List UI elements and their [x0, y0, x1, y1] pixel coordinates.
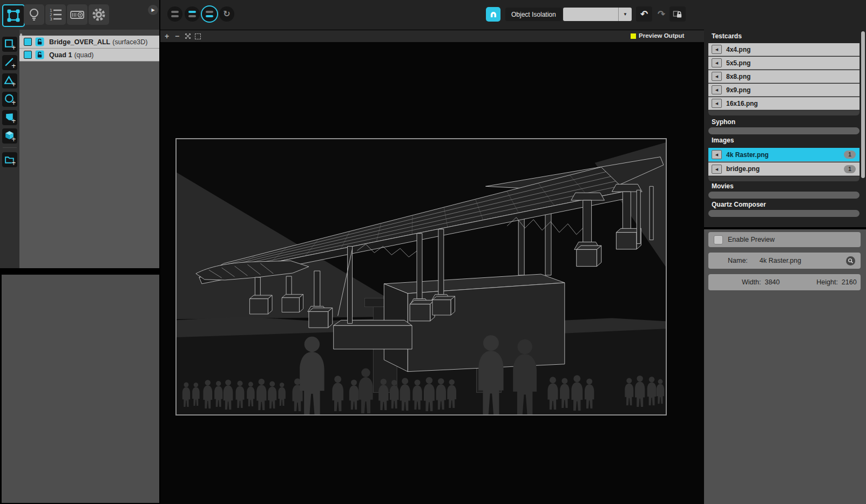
play-left-icon[interactable]: ◀	[712, 72, 722, 81]
play-left-icon[interactable]: ◀	[712, 58, 722, 67]
snap-toggle-button[interactable]	[486, 7, 500, 22]
add-group-button[interactable]: +	[2, 152, 17, 167]
gear-icon	[91, 6, 107, 23]
bar-icon	[206, 15, 213, 17]
add-3d-object-button[interactable]: +	[2, 128, 17, 144]
add-ellipse-button[interactable]: +	[2, 92, 17, 107]
play-left-icon[interactable]: ◀	[712, 165, 722, 174]
enable-preview-row[interactable]: Enable Preview	[708, 232, 861, 247]
play-left-icon[interactable]: ◀	[712, 150, 722, 159]
surface-name: Quad 1	[49, 51, 72, 59]
add-mask-button[interactable]: +	[2, 110, 17, 125]
scene-dropdown[interactable]: ▼	[563, 8, 632, 21]
svg-text:+: +	[11, 62, 16, 69]
undo-button[interactable]: ↶	[636, 6, 652, 22]
svg-text:+: +	[11, 135, 16, 142]
height-value: 2160	[842, 278, 857, 286]
add-mask-icon: +	[4, 112, 16, 124]
svg-text:+: +	[11, 117, 16, 124]
image-row-bridge[interactable]: ◀ bridge.png 1	[708, 162, 860, 176]
view-rotate-button[interactable]: ↻	[219, 6, 234, 22]
zoom-in-button[interactable]: +	[165, 32, 169, 40]
section-title-testcards: Testcards	[712, 32, 742, 40]
add-ellipse-icon: +	[4, 93, 16, 105]
visibility-chip[interactable]	[24, 51, 32, 59]
image-row-4k-raster[interactable]: ◀ 4k Raster.png 1	[708, 148, 860, 162]
usage-count-badge: 1	[844, 151, 856, 159]
chevron-down-icon: ▼	[618, 8, 632, 21]
testcards-list-end	[708, 111, 860, 115]
media-name-row: Name: 4k Raster.png	[708, 253, 861, 269]
surface-list-header	[19, 30, 160, 36]
projection-screen[interactable]	[175, 138, 667, 416]
undo-icon: ↶	[640, 9, 648, 20]
width-label: Width:	[742, 278, 761, 286]
play-left-icon[interactable]: ◀	[712, 99, 722, 108]
name-value: 4k Raster.png	[760, 257, 846, 264]
tab-fixtures[interactable]	[24, 4, 44, 25]
lock-output-button[interactable]	[669, 6, 686, 22]
surfaces-icon	[5, 8, 22, 24]
testcard-row-5x5[interactable]: ◀ 5x5.png	[708, 57, 860, 70]
play-left-icon[interactable]: ◀	[712, 45, 722, 54]
name-label: Name:	[728, 257, 748, 264]
unlocked-padlock-icon[interactable]	[35, 37, 44, 46]
redo-button[interactable]: ↷	[654, 6, 669, 22]
fit-view-icon[interactable]	[185, 33, 191, 39]
light-bulb-icon	[26, 6, 42, 23]
section-title-images: Images	[712, 137, 734, 144]
tab-projectors[interactable]	[67, 4, 87, 25]
testcard-row-4x4[interactable]: ◀ 4x4.png	[708, 43, 860, 56]
unlocked-padlock-icon[interactable]	[35, 50, 44, 59]
bar-icon	[206, 11, 213, 13]
tab-preferences[interactable]	[89, 4, 109, 25]
testcard-row-9x9[interactable]: ◀ 9x9.png	[708, 84, 860, 97]
add-line-button[interactable]: +	[2, 55, 17, 70]
add-quad-button[interactable]: +	[2, 37, 17, 52]
reveal-file-button[interactable]	[846, 256, 855, 265]
view-mode-output[interactable]	[202, 6, 217, 22]
svg-text:+: +	[11, 44, 16, 50]
object-isolation-button[interactable]: Object Isolation	[505, 8, 562, 21]
svg-text:+: +	[11, 99, 16, 105]
preview-output-checkbox[interactable]	[631, 33, 636, 39]
enable-preview-label: Enable Preview	[728, 236, 775, 243]
object-isolation-label: Object Isolation	[511, 11, 556, 18]
left-bottom-panel	[2, 275, 159, 503]
dimensions-row: Width: 3840 Height: 2160	[708, 274, 861, 290]
quartz-empty-list	[708, 210, 860, 217]
testcard-row-8x8[interactable]: ◀ 8x8.png	[708, 70, 860, 83]
view-mode-input[interactable]	[185, 6, 200, 22]
projector-icon	[69, 6, 85, 23]
syphon-empty-list	[708, 127, 860, 134]
bar-icon	[188, 15, 196, 17]
section-title-movies: Movies	[712, 182, 734, 190]
media-scrollbar[interactable]	[861, 31, 865, 178]
svg-text:3: 3	[50, 17, 52, 22]
selection-frame-icon[interactable]	[195, 33, 201, 39]
madmapper-window: 123 ▶ ↻ Object Isolation	[0, 0, 866, 504]
visibility-chip[interactable]	[24, 38, 32, 46]
tab-cues[interactable]: 123	[45, 4, 66, 25]
add-triangle-button[interactable]: +	[2, 73, 17, 88]
zoom-out-button[interactable]: −	[175, 32, 179, 40]
testcard-row-16x16[interactable]: ◀ 16x16.png	[708, 97, 860, 110]
width-value: 3840	[764, 278, 780, 286]
collapse-panel-button[interactable]: ▶	[148, 5, 158, 15]
output-canvas[interactable]	[160, 42, 704, 504]
bar-icon	[188, 11, 196, 13]
magnifier-icon	[847, 257, 854, 264]
tool-divider	[3, 147, 17, 148]
surface-type: (quad)	[74, 51, 93, 59]
surface-row-quad-1[interactable]: Quad 1 (quad)	[19, 49, 160, 62]
svg-text:+: +	[11, 159, 16, 166]
view-mode-dual[interactable]	[167, 6, 182, 22]
usage-count-badge: 1	[844, 165, 856, 173]
tab-surfaces[interactable]	[2, 4, 25, 27]
surface-name: Bridge_OVER_ALL	[49, 38, 110, 46]
play-left-icon[interactable]: ◀	[712, 85, 722, 94]
surface-row-bridge-over-all[interactable]: Bridge_OVER_ALL (surface3D)	[19, 36, 160, 49]
enable-preview-checkbox[interactable]	[714, 235, 723, 244]
section-title-quartz-composer: Quartz Composer	[712, 201, 766, 208]
add-quad-icon: +	[4, 38, 16, 50]
